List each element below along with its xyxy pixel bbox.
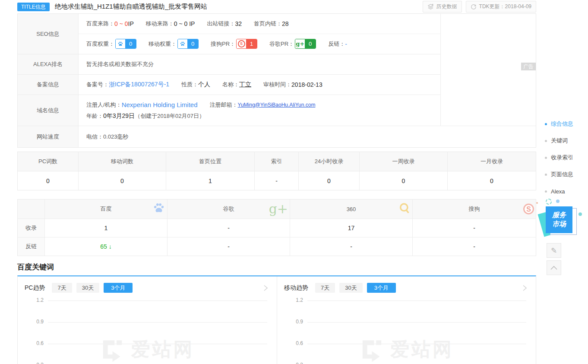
beian-name-label: 名称： <box>222 81 239 89</box>
title-info-badge: TITLE信息 <box>17 3 50 11</box>
engine-header-sogou: 搜狗 S <box>413 199 536 219</box>
mobile-ytick-4: 0.3 <box>284 362 303 364</box>
google-pr-label: 谷歌PR： <box>269 40 294 48</box>
nav-item-overview[interactable]: 综合信息 <box>545 119 588 129</box>
page-title: 绝地求生辅助_H1Z1辅助自瞄透视辅助_批发零售网站 <box>55 3 207 11</box>
stats-header-week: 一周收录 <box>360 152 448 171</box>
bullet-icon <box>545 123 547 125</box>
trend-section: PC趋势 7天 30天 3个月 1.2 0.9 0.6 0.3 爱站网 移动趋势 <box>17 275 536 364</box>
domain-created-note: （创建于2018年02月07日） <box>135 112 205 120</box>
stats-header-mobile-words: 移动词数 <box>79 152 166 171</box>
beian-nature-label: 性质： <box>181 81 198 89</box>
backlinks-baidu[interactable]: 65↓ <box>45 237 168 256</box>
down-arrow-icon: ↓ <box>109 243 112 250</box>
nav-item-keywords[interactable]: 关键词 <box>545 136 588 146</box>
beian-number-link[interactable]: 浙ICP备18007267号-1 <box>109 81 169 89</box>
tdk-update-button[interactable]: TDK更新：2018-04-09 <box>466 1 536 13</box>
baidu-paw-icon-large <box>152 202 165 216</box>
keyword-stats-table: PC词数 移动词数 首页位置 索引 24小时收录 一周收录 一月收录 0 0 1… <box>17 152 536 190</box>
google-plus-icon-large: g+ <box>269 203 288 215</box>
baidu-paw-icon <box>116 39 125 48</box>
row-label-beian: 备案信息 <box>18 75 79 95</box>
stats-value-week: 0 <box>360 171 448 190</box>
engine-name-baidu: 百度 <box>101 205 112 213</box>
speed-telecom-label: 电信： <box>86 133 103 141</box>
seo-traffic-line: 百度来路：0 ~ 0 IP 移动来路：0 ~ 0 IP 出站链接：32 首页内链… <box>79 14 440 34</box>
mobile-trend-header: 移动趋势 7天 30天 3个月 <box>277 276 536 297</box>
ad-area[interactable]: 广告 <box>440 14 536 126</box>
beian-info-cell: 备案号：浙ICP备18007267号-1 性质：个人 名称：丁立 审核时间：20… <box>79 75 440 95</box>
layers-icon <box>427 3 434 10</box>
pc-trend-label: PC趋势 <box>25 284 45 292</box>
mobile-ytick-1: 1.2 <box>284 297 303 303</box>
nav-item-label: 关键词 <box>551 137 568 145</box>
nav-item-index[interactable]: 收录索引 <box>545 153 588 162</box>
engine-name-google: 谷歌 <box>223 205 234 213</box>
nav-item-label: 综合信息 <box>551 120 573 128</box>
pc-trend-header: PC趋势 7天 30天 3个月 <box>18 276 277 297</box>
pc-tab-30d[interactable]: 30天 <box>76 283 99 293</box>
ad-tag: 广告 <box>521 63 536 70</box>
sogou-pr-label: 搜狗PR： <box>211 40 235 48</box>
mobile-weight-value: 0 <box>187 39 198 48</box>
domain-info-cell: 注册人/机构：Nexperian Holding Limited 注册邮箱：Yu… <box>79 95 440 126</box>
mobile-tab-30d[interactable]: 30天 <box>339 283 362 293</box>
speed-telecom-value: 0.023毫秒 <box>103 133 129 141</box>
mobile-traffic-value: 0 ~ 0 IP <box>174 20 195 27</box>
baidu-traffic-unit: IP <box>128 20 134 27</box>
pc-panel-next-arrow[interactable] <box>261 284 270 292</box>
nav-item-pageinfo[interactable]: 页面信息 <box>545 170 588 179</box>
backlinks-360: - <box>290 237 413 256</box>
stats-header-index: 索引 <box>255 152 299 171</box>
pc-trend-panel: PC趋势 7天 30天 3个月 1.2 0.9 0.6 0.3 爱站网 <box>18 276 277 364</box>
mobile-traffic-label: 移动来路： <box>146 20 174 28</box>
mobile-panel-next-arrow[interactable] <box>520 284 529 292</box>
backlinks-baidu-value: 65 <box>100 243 107 250</box>
row-label-alexa: ALEXA排名 <box>18 54 79 75</box>
nav-item-label: 收录索引 <box>551 154 573 161</box>
backlinks-sogou: - <box>413 237 536 256</box>
mobile-tab-3m[interactable]: 3个月 <box>367 283 396 293</box>
stats-header-24h: 24小时收录 <box>299 152 360 171</box>
beian-name-link[interactable]: 丁立 <box>239 81 251 89</box>
feedback-pencil-button[interactable]: ✎ <box>547 243 561 258</box>
alexa-no-rank-text: 暂无排名或相关数据不充分 <box>86 60 154 68</box>
nav-item-alexa[interactable]: Alexa <box>545 187 588 196</box>
pc-tab-3m[interactable]: 3个月 <box>104 283 133 293</box>
tdk-update-label: TDK更新：2018-04-09 <box>479 3 531 10</box>
pc-tab-7d[interactable]: 7天 <box>52 283 72 293</box>
deco-dot <box>556 199 560 203</box>
back-to-top-button[interactable] <box>547 260 561 275</box>
engine-row-label-included: 收录 <box>18 219 45 237</box>
register-email-link[interactable]: YuMing@YinSiBaoHu.AliYun.com <box>238 102 316 108</box>
mobile-trend-chart: 1.2 0.9 0.6 0.3 爱站网 <box>277 297 536 364</box>
stats-value-mobile-words: 0 <box>79 171 166 190</box>
sogou-pr-badge[interactable]: S1 <box>236 39 257 49</box>
360-magnifier-icon <box>398 203 411 216</box>
stats-header-home-position: 首页位置 <box>166 152 255 171</box>
baidu-weight-badge[interactable]: 0 <box>115 39 136 49</box>
nav-item-label: 页面信息 <box>551 171 573 178</box>
mobile-tab-7d[interactable]: 7天 <box>315 283 335 293</box>
stats-header-month: 一月收录 <box>448 152 536 171</box>
service-market-badge[interactable]: 服务 市场 <box>535 198 583 241</box>
site-info-table: SEO信息 ALEXA排名 备案信息 域名信息 网站速度 百度来路：0 ~ 0 … <box>17 13 536 148</box>
badge-front-square: 服务 市场 <box>546 206 572 233</box>
baidu-weight-label: 百度权重： <box>86 40 114 48</box>
registrant-label: 注册人/机构： <box>86 101 122 109</box>
history-data-button[interactable]: 历史数据 <box>423 1 462 13</box>
mobile-weight-badge[interactable]: M0 <box>177 39 199 49</box>
registrant-link[interactable]: Nexperian Holding Limited <box>122 101 198 108</box>
engine-header-360: 360 <box>290 199 413 219</box>
google-pr-badge[interactable]: g+0 <box>295 39 316 49</box>
included-sogou: - <box>413 219 536 237</box>
seo-backlinks-label: 反链： <box>328 40 345 48</box>
outbound-links-value: 32 <box>235 20 242 27</box>
stats-value-index: - <box>255 171 299 190</box>
mobile-trend-panel: 移动趋势 7天 30天 3个月 1.2 0.9 0.6 0.3 爱站网 <box>277 276 536 364</box>
sogou-icon-large: S <box>523 204 534 215</box>
stats-header-pc-words: PC词数 <box>18 152 79 171</box>
site-speed-cell: 电信：0.023毫秒 <box>79 126 536 147</box>
sogou-icon: S <box>237 39 246 48</box>
seo-backlinks-value: - <box>345 41 347 47</box>
